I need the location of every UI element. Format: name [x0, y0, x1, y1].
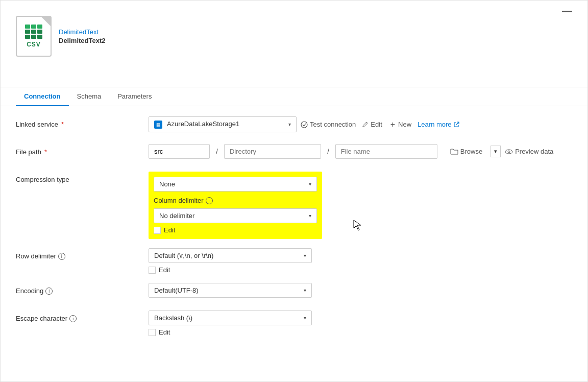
row-delimiter-label: Row delimiter i: [16, 248, 149, 260]
linked-service-row: Linked service * ▦ AzureDataLakeStorage1…: [16, 116, 572, 135]
column-delimiter-edit-label: Edit: [164, 226, 175, 234]
csv-label: CSV: [27, 41, 41, 48]
tabs-bar: Connection Schema Parameters: [1, 87, 587, 106]
dataset-header: CSV DelimitedText DelimitedText2: [16, 16, 106, 57]
browse-chevron[interactable]: ▾: [491, 146, 501, 157]
escape-character-label: Escape character i: [16, 311, 149, 322]
svg-point-0: [301, 122, 307, 128]
encoding-label: Encoding i: [16, 283, 149, 295]
compression-type-value: None: [159, 180, 175, 188]
tab-schema[interactable]: Schema: [69, 87, 110, 106]
encoding-arrow: ▾: [304, 288, 306, 293]
test-connection-icon: [301, 121, 308, 128]
encoding-row: Encoding i Default(UTF-8) ▾: [16, 283, 572, 301]
browse-button[interactable]: Browse: [446, 145, 486, 158]
compression-type-row: Compression type None ▾ Column delimiter…: [16, 172, 572, 239]
linked-service-controls: ▦ AzureDataLakeStorage1 ▾ Test connectio…: [149, 116, 572, 132]
row-delimiter-dropdown[interactable]: Default (\r,\n, or \r\n) ▾: [149, 248, 312, 263]
highlighted-area: None ▾ Column delimiter i No delimiter ▾: [149, 172, 322, 239]
linked-service-label: Linked service *: [16, 116, 149, 128]
escape-character-arrow: ▾: [304, 315, 306, 321]
row-delimiter-arrow: ▾: [304, 253, 306, 258]
new-button[interactable]: + New: [388, 117, 413, 132]
storage-icon: ▦: [154, 121, 162, 129]
file-path-required: *: [44, 148, 47, 156]
filepath-sep-1: /: [214, 148, 220, 156]
compression-type-controls: None ▾ Column delimiter i No delimiter ▾: [149, 172, 572, 239]
linked-service-required: *: [61, 121, 64, 128]
row-delimiter-controls: Default (\r,\n, or \r\n) ▾ Edit: [149, 248, 572, 274]
edit-icon: [362, 121, 369, 128]
column-delimiter-dropdown[interactable]: No delimiter ▾: [154, 208, 317, 223]
linked-service-value: AzureDataLakeStorage1: [167, 120, 239, 128]
external-link-icon: [454, 122, 459, 127]
escape-character-row: Escape character i Backslash (\) ▾ Edit: [16, 311, 572, 336]
escape-character-dropdown[interactable]: Backslash (\) ▾: [149, 311, 312, 325]
learn-more-link[interactable]: Learn more: [418, 121, 459, 128]
compression-type-label: Compression type: [16, 172, 149, 183]
csv-icon: CSV: [16, 16, 52, 57]
file-path-label: File path *: [16, 144, 149, 156]
column-delimiter-section: Column delimiter i No delimiter ▾ Edit: [154, 197, 317, 234]
escape-character-section: Backslash (\) ▾ Edit: [149, 311, 312, 336]
column-delimiter-info-icon[interactable]: i: [206, 197, 213, 204]
encoding-controls: Default(UTF-8) ▾: [149, 283, 572, 298]
svg-point-1: [505, 150, 512, 154]
row-delimiter-checkbox[interactable]: [149, 267, 156, 274]
escape-character-edit-label: Edit: [159, 328, 170, 336]
filepath-sep-2: /: [325, 148, 331, 156]
row-delimiter-row: Row delimiter i Default (\r,\n, or \r\n)…: [16, 248, 572, 274]
tab-parameters[interactable]: Parameters: [109, 87, 160, 106]
minimize-button[interactable]: [562, 11, 572, 12]
test-connection-button[interactable]: Test connection: [301, 121, 356, 128]
new-plus-icon: +: [390, 120, 395, 129]
file-path-input-2[interactable]: [224, 144, 321, 159]
edit-button[interactable]: Edit: [360, 117, 384, 131]
file-path-row: File path * src / / Browse ▾: [16, 144, 572, 162]
row-delimiter-edit-row: Edit: [149, 266, 312, 274]
column-delimiter-label-inner: Column delimiter i: [154, 197, 317, 204]
encoding-info-icon[interactable]: i: [45, 288, 53, 295]
preview-data-button[interactable]: Preview data: [505, 148, 553, 155]
row-delimiter-info-icon[interactable]: i: [58, 253, 65, 260]
compression-type-dropdown[interactable]: None ▾: [154, 177, 317, 192]
column-delimiter-edit-row: Edit: [154, 226, 317, 234]
escape-character-controls: Backslash (\) ▾ Edit: [149, 311, 572, 336]
column-delimiter-arrow: ▾: [309, 213, 311, 219]
dataset-info: DelimitedText DelimitedText2: [59, 28, 106, 44]
preview-icon: [505, 148, 513, 155]
escape-character-checkbox[interactable]: [149, 329, 156, 336]
escape-character-edit-row: Edit: [149, 328, 312, 336]
column-delimiter-value: No delimiter: [159, 212, 194, 220]
encoding-value: Default(UTF-8): [154, 286, 199, 294]
tab-connection[interactable]: Connection: [16, 87, 69, 106]
linked-service-dropdown[interactable]: ▦ AzureDataLakeStorage1 ▾: [149, 116, 297, 132]
compression-arrow: ▾: [309, 181, 311, 187]
column-delimiter-checkbox[interactable]: [154, 227, 161, 234]
folder-icon: [450, 148, 458, 155]
escape-character-info-icon[interactable]: i: [69, 315, 77, 322]
row-delimiter-edit-label: Edit: [159, 266, 170, 274]
svg-point-2: [508, 151, 510, 153]
dataset-type: DelimitedText: [59, 28, 106, 36]
file-path-input-3[interactable]: [335, 144, 437, 159]
file-path-input-1[interactable]: src: [149, 144, 210, 159]
row-delimiter-section: Default (\r,\n, or \r\n) ▾ Edit: [149, 248, 312, 274]
linked-service-chevron: ▾: [288, 122, 291, 127]
row-delimiter-value: Default (\r,\n, or \r\n): [154, 252, 213, 259]
encoding-dropdown[interactable]: Default(UTF-8) ▾: [149, 283, 312, 298]
escape-character-value: Backslash (\): [154, 314, 192, 322]
file-path-controls: src / / Browse ▾ Preview dat: [149, 144, 572, 159]
dataset-name: DelimitedText2: [59, 37, 106, 44]
